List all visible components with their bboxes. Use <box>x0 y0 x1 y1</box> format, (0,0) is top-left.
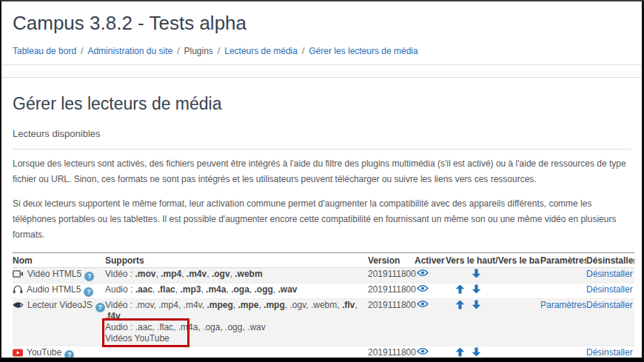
audio-html5-icon <box>13 284 23 297</box>
breadcrumb-link[interactable]: Tableau de bord <box>13 46 76 56</box>
supports-line: Audio : .aac, .flac, .mp3, .m4a, .oga, .… <box>105 284 368 295</box>
supports-text: , .ogv, .webm, <box>285 300 342 310</box>
uninstall-link[interactable]: Désinstaller <box>586 347 633 358</box>
page-title: Campus 3.8.2 - Tests alpha <box>13 11 631 36</box>
supported-extension: .mp4 <box>161 269 181 279</box>
supports-text: , <box>355 300 357 310</box>
player-name: Audio HTML5 <box>27 284 81 295</box>
supports-line: Audio : .aac, .flac, .m4a, .oga, .ogg, .… <box>105 322 368 333</box>
move-down-icon[interactable] <box>472 269 488 281</box>
supported-extension: .flv <box>342 300 355 310</box>
column-header-parametres: Paramètres <box>540 253 586 268</box>
eye-icon[interactable] <box>417 269 429 280</box>
description-paragraph: Si deux lecteurs supportent le même form… <box>13 196 631 243</box>
version-cell: 2019111800 <box>368 346 415 362</box>
supports-cell: Audio : .aac, .flac, .mp3, .m4a, .oga, .… <box>105 284 368 299</box>
supports-cell <box>105 346 368 362</box>
supports-line: Vidéo : .mov, .mp4, .m4v, .ogv, .webm <box>105 269 368 280</box>
supported-extension: .mp3 <box>180 284 201 295</box>
breadcrumb-separator: / <box>177 46 179 56</box>
youtube-icon <box>13 349 23 360</box>
admin-page: Campus 3.8.2 - Tests alpha Tableau de bo… <box>0 0 644 362</box>
media-players-table: NomSupportsVersionActiverVers le haut/Ve… <box>13 252 634 362</box>
player-name: Lecteur VideoJS <box>27 300 93 310</box>
column-header-updown: Vers le haut/Vers le bas <box>446 253 540 268</box>
version-cell: 2019111800 <box>368 284 415 299</box>
eye-icon[interactable] <box>417 284 429 295</box>
table-row: Lecteur VideoJS?Vidéo : .mov, .mp4, .m4v… <box>13 299 634 346</box>
table-row: Vidéo HTML5?Vidéo : .mov, .mp4, .m4v, .o… <box>13 268 634 284</box>
column-header-activer: Activer <box>415 253 446 268</box>
move-up-icon[interactable] <box>455 284 472 297</box>
table-header-row: NomSupportsVersionActiverVers le haut/Ve… <box>13 253 634 268</box>
supported-extension: .aac <box>135 284 152 295</box>
supports-text: Audio : .aac, .flac, .m4a, .oga, .ogg, .… <box>105 322 266 332</box>
main-content: Gérer les lecteurs de média Lecteurs dis… <box>1 93 642 362</box>
player-name: Vidéo HTML5 <box>27 269 81 279</box>
supported-extension: .mpeg <box>207 300 232 310</box>
move-down-icon[interactable] <box>472 300 488 312</box>
video-html5-icon <box>13 269 24 281</box>
description-paragraph: Lorsque des lecteurs sont activés, des f… <box>13 156 631 187</box>
supported-extension: .webm <box>235 269 262 279</box>
page-heading: Gérer les lecteurs de média <box>13 93 631 115</box>
supported-extension: .f4v <box>105 311 121 321</box>
uninstall-link[interactable]: Désinstaller <box>586 300 633 310</box>
eye-icon[interactable] <box>417 347 429 358</box>
move-up-icon[interactable] <box>455 300 472 312</box>
breadcrumb-link[interactable]: Gérer les lecteurs de média <box>309 46 417 56</box>
column-header-supports: Supports <box>105 253 368 268</box>
supported-extension: .ogg <box>254 284 272 295</box>
supported-extension: .oga <box>231 284 249 295</box>
eye-icon[interactable] <box>417 300 429 311</box>
table-row: YouTube?2019111800Désinstaller <box>13 346 634 362</box>
version-cell: 2019111800 <box>368 299 415 346</box>
move-down-icon[interactable] <box>472 347 488 360</box>
column-header-version: Version <box>368 253 415 268</box>
supports-text: , <box>207 269 212 279</box>
supports-text: , <box>152 284 158 295</box>
supports-text: Vidéo : <box>105 269 135 279</box>
column-header-nom: Nom <box>13 253 105 268</box>
breadcrumb-link[interactable]: Administration du site <box>87 46 172 56</box>
breadcrumb: Tableau de bord/Administration du site/P… <box>13 46 631 56</box>
breadcrumb-separator: / <box>218 46 220 56</box>
player-name: YouTube <box>27 347 61 358</box>
uninstall-link[interactable]: Désinstaller <box>586 269 633 279</box>
table-row: Audio HTML5?Audio : .aac, .flac, .mp3, .… <box>13 284 634 299</box>
supported-extension: .m4v <box>187 269 207 279</box>
supported-extension: .ogv <box>212 269 230 279</box>
supported-extension: .m4a <box>206 284 226 295</box>
section-divider <box>13 149 631 150</box>
breadcrumb-separator: / <box>302 46 304 56</box>
help-icon[interactable]: ? <box>84 287 93 297</box>
settings-link[interactable]: Paramètres <box>540 300 586 310</box>
help-icon[interactable]: ? <box>64 350 74 360</box>
supports-cell: Vidéo : .mov, .mp4, .m4v, .ogv, .webm <box>105 268 368 284</box>
supports-text: Vidéo : .mov, .mp4, .m4v, <box>105 300 207 310</box>
table-body: Vidéo HTML5?Vidéo : .mov, .mp4, .m4v, .o… <box>13 268 634 362</box>
supports-cell: Vidéo : .mov, .mp4, .m4v, .mpeg, .mpe, .… <box>105 299 368 346</box>
supported-extension: .mov <box>135 269 155 279</box>
supports-line: Vidéos YouTube <box>105 333 368 344</box>
videojs-icon <box>13 301 24 312</box>
help-icon[interactable]: ? <box>95 303 105 312</box>
help-icon[interactable]: ? <box>84 272 94 281</box>
supported-extension: .flac <box>158 284 175 295</box>
supports-text: , <box>181 269 187 279</box>
move-down-icon[interactable] <box>472 284 488 297</box>
supports-text: Audio : <box>105 284 135 295</box>
supported-extension: .wav <box>278 284 297 295</box>
supports-text: Vidéos YouTube <box>105 333 170 343</box>
move-up-icon[interactable] <box>455 347 472 360</box>
site-header: Campus 3.8.2 - Tests alpha Tableau de bo… <box>1 1 642 65</box>
breadcrumb-separator: / <box>81 46 83 56</box>
supports-line: Vidéo : .mov, .mp4, .m4v, .mpeg, .mpe, .… <box>105 300 368 322</box>
section-heading: Lecteurs disponibles <box>13 128 631 139</box>
header-divider <box>1 65 642 78</box>
uninstall-link[interactable]: Désinstaller <box>586 284 633 295</box>
breadcrumb-item: Plugins <box>184 46 213 56</box>
supported-extension: .mpe <box>238 300 258 310</box>
breadcrumb-link[interactable]: Lecteurs de média <box>224 46 298 56</box>
version-cell: 2019111800 <box>368 268 415 284</box>
